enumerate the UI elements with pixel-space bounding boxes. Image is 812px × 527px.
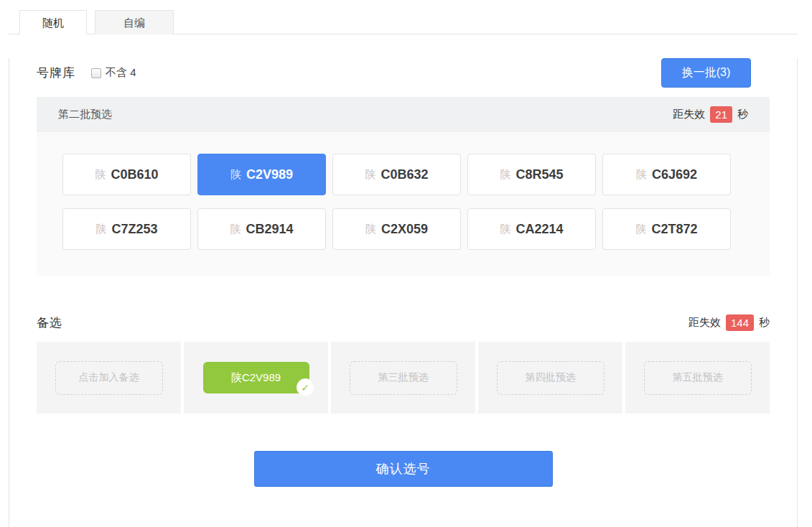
slot-label: 第四批预选 <box>526 371 576 384</box>
slot-label: 点击加入备选 <box>79 371 139 384</box>
plate-number: C8R545 <box>515 167 563 182</box>
backup-slot[interactable]: 第四批预选 <box>478 342 622 414</box>
backup-slot[interactable]: 第五批预选 <box>625 342 770 414</box>
plate-number: C6J692 <box>652 167 697 182</box>
plate-number: C7Z253 <box>111 222 157 237</box>
plate-number: C2T872 <box>651 222 697 237</box>
backup-slot-placeholder[interactable]: 第三批预选 <box>350 361 457 395</box>
backup-slots: 点击加入备选陕C2V989✓第三批预选第四批预选第五批预选 <box>37 342 770 414</box>
plate-option[interactable]: 陕C8R545 <box>467 154 596 195</box>
plate-option[interactable]: 陕C0B632 <box>332 154 461 195</box>
plate-province: 陕 <box>636 168 647 182</box>
plate-province: 陕 <box>365 223 376 236</box>
backup-slot-placeholder[interactable]: 第四批预选 <box>497 361 605 395</box>
confirm-row: 确认选号 <box>37 451 770 487</box>
exclude-4-filter[interactable]: 不含 4 <box>91 66 136 80</box>
backup-title: 备选 <box>37 314 62 331</box>
plate-province: 陕 <box>230 223 241 236</box>
batch-section: 第二批预选 距失效 21 秒 陕C0B610陕C2V989陕C0B632陕C8R… <box>37 97 770 276</box>
plate-option[interactable]: 陕C7Z253 <box>62 208 191 250</box>
expiry-prefix: 距失效 <box>689 316 721 330</box>
plate-number: C2X059 <box>381 222 428 237</box>
plate-province: 陕 <box>230 168 241 182</box>
batch-title: 第二批预选 <box>58 108 112 121</box>
plate-option[interactable]: 陕C2T872 <box>602 208 731 250</box>
tab-random[interactable]: 随机 <box>19 10 87 34</box>
plate-option[interactable]: 陕C0B610 <box>62 154 191 195</box>
expiry-seconds-badge: 144 <box>726 314 754 331</box>
backup-slot-filled[interactable]: 陕C2V989✓ <box>203 362 309 393</box>
slot-label: 第三批预选 <box>378 371 429 384</box>
plate-province: 陕 <box>365 168 375 182</box>
pool-title: 号牌库 <box>37 65 75 81</box>
plate-number: CB2914 <box>246 222 293 237</box>
batch-expiry: 距失效 21 秒 <box>673 106 748 123</box>
plate-number: C0B610 <box>111 167 158 182</box>
slot-label: 陕C2V989 <box>231 371 281 385</box>
backup-header: 备选 距失效 144 秒 <box>37 314 770 331</box>
expiry-seconds-badge: 21 <box>710 106 732 123</box>
plate-option[interactable]: 陕CB2914 <box>197 208 326 250</box>
exclude-4-checkbox[interactable] <box>91 68 101 78</box>
backup-slot[interactable]: 陕C2V989✓ <box>184 342 328 414</box>
tab-bar: 随机自编 <box>9 10 798 34</box>
check-icon: ✓ <box>297 379 314 396</box>
plate-option[interactable]: 陕C2V989 <box>197 154 326 195</box>
expiry-prefix: 距失效 <box>673 108 705 121</box>
plate-number: CA2214 <box>515 222 563 237</box>
backup-slot[interactable]: 点击加入备选 <box>37 342 181 414</box>
plate-option[interactable]: 陕CA2214 <box>467 208 596 250</box>
random-tab-panel: 号牌库 不含 4 换一批(3) 第二批预选 距失效 21 秒 陕C0B610陕C… <box>9 58 798 527</box>
pool-header: 号牌库 不含 4 换一批(3) <box>37 58 770 88</box>
plate-province: 陕 <box>95 168 106 182</box>
plate-province: 陕 <box>500 223 510 236</box>
batch-body: 陕C0B610陕C2V989陕C0B632陕C8R545陕C6J692陕C7Z2… <box>37 132 770 276</box>
plate-number: C2V989 <box>246 167 293 182</box>
plate-province: 陕 <box>635 223 646 236</box>
expiry-suffix: 秒 <box>737 108 748 121</box>
plate-province: 陕 <box>500 168 510 182</box>
plate-province: 陕 <box>95 223 106 236</box>
plate-option[interactable]: 陕C2X059 <box>332 208 461 250</box>
plate-number: C0B632 <box>381 167 428 182</box>
slot-label: 第五批预选 <box>673 371 723 384</box>
confirm-selection-button[interactable]: 确认选号 <box>254 451 553 487</box>
backup-slot-placeholder[interactable]: 点击加入备选 <box>55 361 163 395</box>
tab-custom[interactable]: 自编 <box>95 10 174 34</box>
plate-option[interactable]: 陕C6J692 <box>602 154 731 195</box>
expiry-suffix: 秒 <box>759 316 770 330</box>
backup-expiry: 距失效 144 秒 <box>689 314 770 331</box>
backup-slot[interactable]: 第三批预选 <box>331 342 475 414</box>
exclude-4-label: 不含 4 <box>106 66 136 80</box>
plate-grid: 陕C0B610陕C2V989陕C0B632陕C8R545陕C6J692陕C7Z2… <box>62 154 744 250</box>
batch-header: 第二批预选 距失效 21 秒 <box>37 97 770 132</box>
refresh-batch-button[interactable]: 换一批(3) <box>661 58 751 88</box>
backup-slot-placeholder[interactable]: 第五批预选 <box>644 361 752 395</box>
